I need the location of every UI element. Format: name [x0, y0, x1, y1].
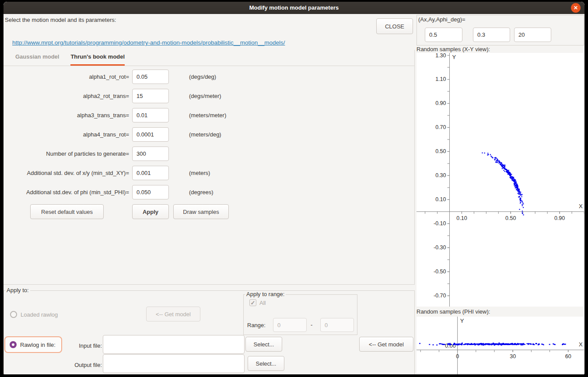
aphi-input[interactable] — [514, 28, 551, 42]
tab-thrun-s-book-model[interactable]: Thrun's book model — [70, 50, 125, 66]
apply-to-range-group: Apply to range: ✓ All Range: - — [243, 294, 357, 335]
range-from-input[interactable] — [273, 318, 307, 332]
output-file-label: Output file: — [48, 362, 102, 368]
svg-text:Y: Y — [452, 54, 456, 60]
ay-input[interactable] — [473, 28, 510, 42]
tutorial-link[interactable]: http://www.mrpt.org/tutorials/programmin… — [12, 39, 285, 46]
svg-text:Y: Y — [460, 318, 464, 324]
param-label-alpha4_trans_rot: alpha4_trans_rot= — [4, 127, 129, 142]
param-input-min_std_xy[interactable] — [132, 166, 169, 180]
get-model-file-button[interactable]: <-- Get model — [359, 337, 413, 352]
svg-text:0.90: 0.90 — [435, 100, 446, 106]
input-file-label: Input file: — [48, 342, 102, 349]
svg-text:0: 0 — [456, 353, 459, 360]
ax-input[interactable] — [425, 28, 462, 42]
window-title: Modify motion model parameters — [4, 2, 584, 14]
param-unit-alpha4_trans_rot: (meters/deg) — [189, 127, 221, 142]
loaded-rawlog-radio[interactable] — [10, 311, 17, 318]
svg-text:0.90: 0.90 — [554, 215, 565, 221]
select-output-file-button[interactable]: Select... — [248, 356, 284, 371]
tab-strip: Gaussian modelThrun's book model — [4, 50, 414, 66]
svg-text:-0.30: -0.30 — [434, 244, 446, 251]
loaded-rawlog-label: Loaded rawlog — [21, 311, 58, 318]
chart-canvas: 0.100.500.90-0.70-0.50-0.30-0.100.100.30… — [416, 53, 584, 307]
model-notebook: Gaussian modelThrun's book model alpha1_… — [4, 50, 415, 285]
range-to-input[interactable] — [320, 318, 354, 332]
apply-button[interactable]: Apply — [132, 204, 169, 219]
svg-text:60: 60 — [565, 353, 571, 360]
dialog-window: Modify motion model parameters ✕ Select … — [4, 2, 584, 374]
output-file-field[interactable] — [103, 354, 245, 373]
param-input-min_std_phi[interactable] — [132, 185, 169, 199]
param-unit-min_std_phi: (degrees) — [189, 185, 214, 199]
delta-pose-group: (Ax,Ay,Aphi_deg)= — [416, 15, 584, 45]
param-label-alpha2_rot_trans: alpha2_rot_trans= — [4, 89, 129, 103]
param-label-alpha3_trans_trans: alpha3_trans_trans= — [4, 108, 129, 122]
window-close-button[interactable]: ✕ — [571, 3, 581, 13]
svg-text:30: 30 — [510, 353, 516, 360]
chart-canvas: 030600.00YX — [416, 317, 584, 374]
svg-text:0.10: 0.10 — [435, 196, 446, 202]
svg-text:-0.70: -0.70 — [434, 293, 446, 299]
param-input-num_particles[interactable] — [132, 147, 169, 161]
phi-samples-chart[interactable]: 030600.00YX — [416, 317, 584, 374]
apply-to-group: Apply to: Loaded rawlog <-- Get model Ap… — [4, 290, 415, 374]
svg-text:-0.50: -0.50 — [434, 269, 446, 275]
svg-text:0.50: 0.50 — [505, 215, 516, 221]
param-input-alpha3_trans_trans[interactable] — [132, 108, 169, 122]
check-icon: ✓ — [251, 300, 256, 306]
close-dialog-button[interactable]: CLOSE — [376, 18, 413, 34]
svg-text:0.70: 0.70 — [435, 124, 446, 130]
svg-text:0.30: 0.30 — [435, 172, 446, 178]
svg-text:-0.10: -0.10 — [434, 220, 446, 227]
tab-gaussian-model[interactable]: Gaussian model — [15, 50, 59, 66]
range-label: Range: — [247, 322, 266, 328]
all-checkbox[interactable]: ✓ — [249, 299, 256, 306]
param-unit-alpha1_rot_rot: (degs/deg) — [189, 70, 216, 84]
param-unit-alpha3_trans_trans: (meters/meter) — [189, 108, 226, 122]
param-input-alpha4_trans_rot[interactable] — [132, 127, 169, 142]
svg-text:0.50: 0.50 — [435, 148, 446, 154]
range-dash: - — [311, 321, 312, 328]
param-label-min_std_xy: Additional std. dev. of x/y (min_std_XY)… — [4, 166, 129, 180]
svg-text:X: X — [579, 341, 583, 348]
rawlog-in-file-radio[interactable] — [10, 341, 17, 348]
param-unit-alpha2_rot_trans: (degs/meter) — [189, 89, 221, 103]
param-label-min_std_phi: Additional std.dev. of phi (min_std_PHI)… — [4, 185, 129, 199]
param-label-num_particles: Number of particles to generate= — [4, 147, 129, 161]
param-unit-min_std_xy: (meters) — [189, 166, 210, 180]
apply-to-legend: Apply to: — [5, 287, 30, 293]
svg-text:1.30: 1.30 — [435, 53, 446, 58]
all-checkbox-label: All — [259, 300, 266, 306]
param-input-alpha1_rot_rot[interactable] — [132, 70, 169, 84]
delta-pose-label: (Ax,Ay,Aphi_deg)= — [418, 16, 466, 23]
reset-defaults-button[interactable]: Reset default values — [30, 204, 104, 219]
select-input-file-button[interactable]: Select... — [245, 337, 282, 352]
get-model-loaded-button[interactable]: <-- Get model — [146, 307, 200, 321]
xy-view-title: Random samples (X-Y view): — [416, 46, 490, 52]
phi-view-title: Random samples (PHI view): — [416, 308, 490, 315]
svg-text:0.10: 0.10 — [456, 215, 467, 221]
draw-samples-button[interactable]: Draw samples — [173, 204, 229, 219]
close-icon: ✕ — [574, 5, 578, 11]
titlebar: Modify motion model parameters ✕ — [4, 2, 584, 14]
apply-to-range-legend: Apply to range: — [245, 291, 286, 297]
param-label-alpha1_rot_rot: alpha1_rot_rot= — [4, 70, 129, 84]
svg-text:1.10: 1.10 — [435, 76, 446, 82]
xy-samples-chart[interactable]: 0.100.500.90-0.70-0.50-0.30-0.100.100.30… — [416, 53, 584, 307]
svg-text:X: X — [579, 203, 583, 209]
param-input-alpha2_rot_trans[interactable] — [132, 89, 169, 103]
instruction-text: Select the motion model and its paramete… — [5, 17, 116, 23]
input-file-field[interactable] — [103, 335, 245, 354]
